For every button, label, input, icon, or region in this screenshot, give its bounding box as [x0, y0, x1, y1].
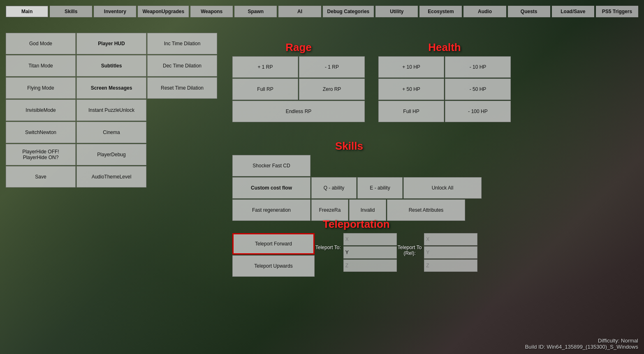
health-title: Health	[378, 41, 511, 54]
teleport-btn-teleportforward[interactable]: Teleport Forward	[232, 233, 315, 255]
mid-left-panel: Inc Time DilationDec Time DilationReset …	[147, 33, 217, 99]
teleport-input-right-z[interactable]	[424, 259, 477, 272]
teleport-rel-label: Teleport To (Rel):	[398, 245, 422, 256]
nav-btn-ecosystem[interactable]: Ecosystem	[419, 6, 462, 17]
left-panel-btn-player-hud[interactable]: Player HUD	[76, 33, 146, 54]
status-bar: Difficulty: Normal Build ID: Win64_13589…	[525, 338, 638, 350]
top-nav: MainSkillsInventoryWeaponUpgradesWeapons…	[6, 6, 638, 17]
teleport-section: Teleportation Teleport ForwardTeleport U…	[232, 218, 477, 277]
left-panel-btn-god-mode[interactable]: God Mode	[6, 33, 76, 54]
skills-btn-e-ability[interactable]: E - ability	[357, 177, 403, 199]
teleport-input-right-x[interactable]	[424, 233, 477, 245]
skills-title: Skills	[335, 140, 482, 153]
teleport-input-left-z[interactable]	[343, 259, 397, 272]
teleport-input-left-x[interactable]	[343, 233, 397, 245]
teleport-input-right-y[interactable]	[424, 246, 477, 259]
left-panel-btn-screen-messages[interactable]: Screen Messages	[76, 77, 146, 99]
nav-btn-audio[interactable]: Audio	[463, 6, 506, 17]
left-panel-btn-playerdebug[interactable]: PlayerDebug	[76, 144, 146, 165]
nav-btn-ai[interactable]: AI	[278, 6, 321, 17]
nav-btn-utility[interactable]: Utility	[375, 6, 418, 17]
nav-btn-weapons[interactable]: Weapons	[190, 6, 233, 17]
health-btn--100hp[interactable]: - 100 HP	[445, 101, 511, 122]
left-panel-btn-flying-mode[interactable]: Flying Mode	[6, 77, 76, 99]
rage-section: Rage + 1 RP- 1 RPFull RPZero RPEndless R…	[232, 41, 365, 122]
nav-btn-skills[interactable]: Skills	[50, 6, 92, 17]
nav-btn-load/save[interactable]: Load/Save	[552, 6, 594, 17]
mid-btn-resettimedilation[interactable]: Reset Time Dilation	[147, 77, 217, 99]
build-id-text: Build ID: Win64_135899_(135300)_S_Window…	[525, 344, 638, 350]
teleport-inputs-left	[343, 233, 397, 272]
nav-btn-ps5-triggers[interactable]: PS5 Triggers	[596, 6, 638, 17]
health-btn-fullhp[interactable]: Full HP	[378, 101, 444, 122]
left-panel-btn-subtitles[interactable]: Subtitles	[76, 55, 146, 76]
nav-btn-quests[interactable]: Quests	[508, 6, 550, 17]
nav-btn-main[interactable]: Main	[6, 6, 48, 17]
health-btn--50hp[interactable]: - 50 HP	[445, 79, 511, 100]
skills-btn-q-ability[interactable]: Q - ability	[311, 177, 357, 199]
rage-btn-+1rp[interactable]: + 1 RP	[232, 56, 298, 78]
rage-grid: + 1 RP- 1 RPFull RPZero RPEndless RP	[232, 56, 365, 122]
rage-btn--1rp[interactable]: - 1 RP	[299, 56, 365, 78]
left-panel-btn-save[interactable]: Save	[6, 166, 76, 187]
health-btn-+10hp[interactable]: + 10 HP	[378, 56, 444, 78]
teleport-inputs-right	[424, 233, 477, 272]
nav-btn-debug-categories[interactable]: Debug Categories	[323, 6, 374, 17]
left-panel-btn-titan-mode[interactable]: Titan Mode	[6, 55, 76, 76]
rage-title: Rage	[232, 41, 365, 54]
skills-row1: Shocker Fast CD	[232, 155, 482, 176]
left-panel-btn-invisiblemode[interactable]: InvisibleMode	[6, 99, 76, 121]
mid-btn-inctimedilation[interactable]: Inc Time Dilation	[147, 33, 217, 54]
left-panel-btn-playerhide-off-playerhide-on[interactable]: PlayerHide OFF! PlayerHide ON?	[6, 144, 76, 165]
nav-btn-spawn[interactable]: Spawn	[234, 6, 277, 17]
left-panel-btn-audiothemelevel[interactable]: AudioThemeLevel	[76, 166, 146, 187]
health-btn-+50hp[interactable]: + 50 HP	[378, 79, 444, 100]
skills-btn-shockerfastcd[interactable]: Shocker Fast CD	[232, 155, 310, 176]
mid-btn-dectimedilation[interactable]: Dec Time Dilation	[147, 55, 217, 76]
left-panel-btn-switchnewton[interactable]: SwitchNewton	[6, 122, 76, 143]
nav-btn-inventory[interactable]: Inventory	[94, 6, 136, 17]
teleport-title: Teleportation	[323, 218, 477, 231]
health-section: Health + 10 HP- 10 HP+ 50 HP- 50 HPFull …	[378, 41, 511, 122]
teleport-buttons-col: Teleport ForwardTeleport Upwards	[232, 233, 315, 277]
skills-btn-unlockall[interactable]: Unlock All	[403, 177, 482, 199]
teleport-btn-teleportupwards[interactable]: Teleport Upwards	[232, 255, 315, 277]
rage-btn-endlessrp[interactable]: Endless RP	[232, 101, 365, 122]
left-panel: God ModePlayer HUDTitan ModeSubtitlesFly…	[6, 33, 146, 187]
skills-btn-customcostflow[interactable]: Custom cost flow	[232, 177, 310, 199]
difficulty-text: Difficulty: Normal	[525, 338, 638, 344]
teleport-row: Teleport ForwardTeleport UpwardsTeleport…	[232, 233, 477, 277]
rage-btn-fullrp[interactable]: Full RP	[232, 79, 298, 100]
teleport-to-label: Teleport To:	[315, 245, 341, 250]
health-btn--10hp[interactable]: - 10 HP	[445, 56, 511, 78]
rage-btn-zerorp[interactable]: Zero RP	[299, 79, 365, 100]
skills-row2: Custom cost flowQ - abilityE - abilityUn…	[232, 177, 482, 199]
left-panel-btn-cinema[interactable]: Cinema	[76, 122, 146, 143]
nav-btn-weaponupgrades[interactable]: WeaponUpgrades	[138, 6, 189, 17]
health-grid: + 10 HP- 10 HP+ 50 HP- 50 HPFull HP- 100…	[378, 56, 511, 122]
left-panel-btn-instant-puzzleunlock[interactable]: Instant PuzzleUnlock	[76, 99, 146, 121]
teleport-input-left-y[interactable]	[343, 246, 397, 259]
skills-section: Skills Shocker Fast CD Custom cost flowQ…	[232, 140, 482, 221]
